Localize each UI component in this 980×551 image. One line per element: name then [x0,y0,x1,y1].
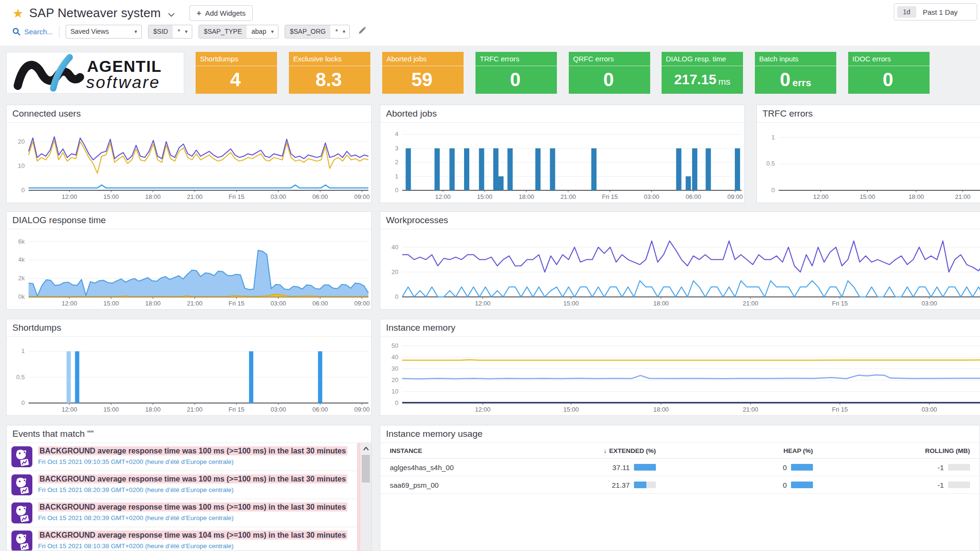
col-extended[interactable]: ↓ EXTENDED (%) [499,447,656,454]
kpi-aborted-jobs[interactable]: Aborted jobs 59 [382,52,464,94]
panel-instance-memory: Instance memory 0102030405012:0015:0018:… [380,319,980,416]
svg-text:15:00: 15:00 [860,193,875,200]
trfc-errors-chart[interactable]: 00.5112:0015:0018:0021:00 [757,123,980,203]
shortdumps-chart[interactable]: 00.5112:0015:0018:0021:00Fri 1503:0006:0… [7,337,371,415]
search-control[interactable]: Search... [12,28,53,36]
svg-text:03:00: 03:00 [271,300,287,307]
kpi-idoc-errors[interactable]: IDOC errors 0 [848,52,930,94]
svg-text:50: 50 [392,342,398,349]
svg-text:0: 0 [395,399,398,406]
svg-text:Fri 15: Fri 15 [228,193,244,200]
filter-row: Search... Saved Views ▾ $SID * ▾ $SAP_TY… [0,22,980,41]
template-var-sid[interactable]: $SID * ▾ [148,25,192,39]
workprocesses-chart[interactable]: 0204012:0015:0018:0021:00Fri 1503:00 [380,229,980,309]
aborted-jobs-chart[interactable]: 0123412:0015:0018:0021:00Fri 1503:0006:0… [380,123,744,203]
edit-pencil-icon[interactable] [358,26,366,37]
svg-text:09:00: 09:00 [354,193,370,200]
svg-text:21:00: 21:00 [187,300,203,307]
svg-text:2k: 2k [18,275,25,282]
panel-title: Connected users [7,105,371,123]
events-scrollbar[interactable] [360,443,371,551]
template-var-sap-org[interactable]: $SAP_ORG * ▾ [285,25,350,39]
panel-memory-table: Instance memory usage INSTANCE ↓ EXTENDE… [380,425,980,551]
datadog-event-icon [11,502,32,523]
time-range-badge: 1d [897,6,916,18]
chevron-down-icon: ▾ [343,25,350,38]
saved-views-select[interactable]: Saved Views ▾ [66,25,142,39]
logo-black-swoosh [18,65,80,86]
svg-text:12:00: 12:00 [475,300,491,307]
panel-title: Instance memory [380,319,980,337]
kpi-qrfc-errors[interactable]: QRFC errors 0 [569,52,650,94]
kpi-exclusive-locks[interactable]: Exclusive locks 8.3 [289,52,370,94]
svg-text:06:00: 06:00 [312,406,328,413]
col-heap[interactable]: HEAP (%) [656,447,813,454]
event-timestamp: Fri Oct 15 2021 08:20:39 GMT+0200 (heure… [38,514,347,521]
scrollbar-thumb[interactable] [362,455,370,482]
svg-text:15:00: 15:00 [103,193,119,200]
col-rolling[interactable]: ROLLING (MB) [813,447,970,454]
heap-value: 0 [783,481,787,489]
svg-text:40: 40 [392,354,398,361]
svg-text:21:00: 21:00 [560,193,576,200]
svg-text:Fri 15: Fri 15 [228,406,244,413]
template-var-sap-type[interactable]: $SAP_TYPE abap ▾ [198,25,278,39]
panel-title: DIALOG response time [7,212,371,229]
kpi-trfc-errors[interactable]: TRFC errors 0 [475,52,557,94]
event-row[interactable]: BACKGROUND average response time was 100… [7,499,357,527]
svg-text:03:00: 03:00 [644,193,660,200]
svg-text:18:00: 18:00 [653,406,669,413]
event-timestamp: Fri Oct 15 2021 09:10:35 GMT+0200 (heure… [38,458,347,465]
time-range-picker[interactable]: 1d Past 1 Day [894,3,977,20]
event-row[interactable]: BACKGROUND average response time was 100… [7,443,357,471]
svg-text:10: 10 [392,388,398,395]
svg-text:18:00: 18:00 [145,300,161,307]
svg-text:12:00: 12:00 [813,193,829,200]
svg-text:06:00: 06:00 [685,193,701,200]
svg-text:21:00: 21:00 [955,193,971,200]
dialog-response-chart[interactable]: 0k2k4k6k12:0015:0018:0021:00Fri 1503:000… [7,229,371,309]
sort-desc-icon: ↓ [604,447,607,454]
favorite-star-icon[interactable]: ★ [12,7,23,20]
add-widgets-button[interactable]: + Add Widgets [189,5,253,21]
panel-events: Events that match "" BACKGROUND average … [6,425,372,551]
svg-text:1: 1 [772,134,775,141]
title-row: ★ SAP Netweaver system + Add Widgets 1d … [0,0,980,22]
panel-title: Instance memory usage [380,425,980,443]
panel-shortdumps: Shortdumps 00.5112:0015:0018:0021:00Fri … [6,319,372,416]
svg-text:1: 1 [395,173,398,180]
extended-bar [634,464,656,471]
svg-text:09:00: 09:00 [354,300,370,307]
table-row[interactable]: saa69_psm_00 21.37 0 -1 [380,476,980,494]
datadog-event-icon [11,531,32,551]
kpi-batch-inputs[interactable]: Batch inputs 0errs [755,52,836,94]
event-row[interactable]: BACKGROUND average response time was 104… [7,527,357,551]
brand-sub: software [86,73,160,92]
svg-text:18:00: 18:00 [145,193,161,200]
svg-text:2: 2 [395,158,398,166]
kpi-shortdumps[interactable]: Shortdumps 4 [196,52,277,94]
event-timestamp: Fri Oct 15 2021 08:10:38 GMT+0200 (heure… [38,542,347,550]
svg-text:0.5: 0.5 [766,160,775,167]
scroll-up-icon[interactable] [360,443,371,454]
svg-text:21:00: 21:00 [187,406,203,413]
event-row[interactable]: BACKGROUND average response time was 100… [7,471,357,499]
connected-users-chart[interactable]: 0102012:0015:0018:0021:00Fri 1503:0006:0… [7,123,371,203]
time-range-label: Past 1 Day [923,8,958,16]
svg-text:15:00: 15:00 [477,193,493,200]
svg-text:0.5: 0.5 [16,374,25,381]
svg-text:06:00: 06:00 [312,193,328,200]
instance-memory-chart[interactable]: 0102030405012:0015:0018:0021:00Fri 1503:… [380,337,980,415]
panel-title: TRFC errors [757,105,980,123]
svg-text:30: 30 [392,365,398,372]
svg-text:1: 1 [21,347,25,354]
table-row[interactable]: aglges4has_s4h_00 37.11 0 -1 [380,459,980,476]
search-input[interactable]: Search... [24,28,53,36]
extended-bar [634,482,656,488]
event-title: BACKGROUND average response time was 100… [38,502,347,512]
chevron-down-icon[interactable] [168,10,175,19]
col-instance[interactable]: INSTANCE [390,447,499,454]
kpi-dialog-resp-time[interactable]: DIALOG resp. time 217.15ms [662,52,743,94]
svg-text:21:00: 21:00 [742,406,758,413]
events-list: BACKGROUND average response time was 100… [7,443,371,551]
